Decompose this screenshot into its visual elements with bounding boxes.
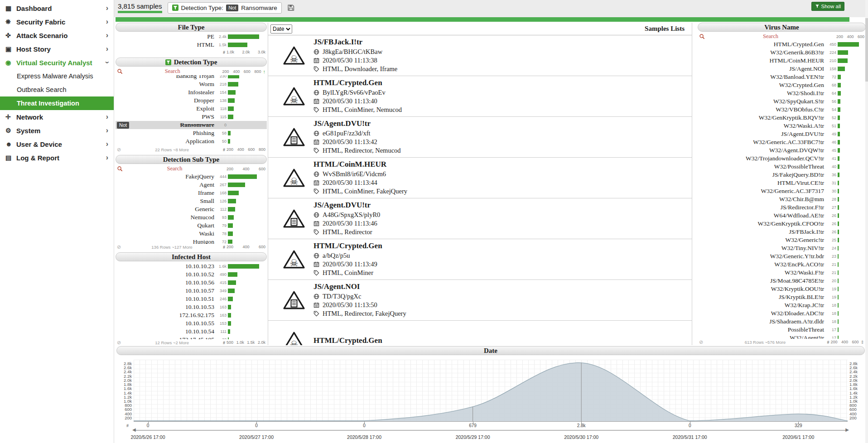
facet-row[interactable]: W32/VBObfus.C!tr 54 [698, 106, 866, 114]
sample-row[interactable]: ☠ JS/FBJack.I!tr J8kgEa/BHGC/tKBaw 2020/… [268, 35, 692, 76]
facet-row[interactable]: JS/Agent.NOI 158 [698, 65, 866, 73]
facet-row[interactable]: Qukart 79 [116, 222, 267, 230]
facet-row[interactable]: JS/Kryptik.BLE!tr 19 [698, 293, 866, 301]
exclude-icon[interactable]: ⊘ [117, 340, 121, 346]
facet-row[interactable]: Agent 267 [116, 181, 267, 189]
scrollbar-thumb[interactable] [865, 18, 868, 82]
virus-name-header[interactable]: Virus Name [698, 23, 866, 32]
sidebar-item-attack-scenario[interactable]: ✜ Attack Scenario › [0, 29, 114, 42]
sidebar-item-host-story[interactable]: ▣ Host Story › [0, 42, 114, 56]
sample-row[interactable]: ☠ HTML/Crypted.Gen a/bQz/p5u 2020/05/30 … [268, 239, 692, 280]
facet-row[interactable]: W32/Agent!tr 17 [698, 334, 866, 339]
filter-chip[interactable]: Detection Type: Not Ransomware [168, 2, 282, 14]
facet-row[interactable]: W32/Banload.YEN!tr 72 [698, 73, 866, 81]
facet-row[interactable]: W32/Tiny.NIV!tr 24 [698, 244, 866, 252]
detection-sub-type-header[interactable]: Detection Sub Type [116, 155, 267, 164]
sample-row[interactable]: ☠ HTML/CoinM.HEUR WvSBml8/ir6E/Vidcm6 20… [268, 158, 692, 198]
sample-row[interactable]: JS/Agent.DVU!tr A48G/SpxgXS/plyR0 2020/0… [268, 198, 692, 239]
facet-row[interactable]: JS/Agent.DVU!tr 49 [698, 130, 866, 138]
facet-row[interactable]: PossibleThreat 17 [698, 326, 866, 334]
facet-row[interactable]: Worm 218 [116, 80, 267, 88]
sort-select[interactable]: Date [270, 24, 292, 34]
facet-row[interactable]: W32/EncPk.ACO!tr 21 [698, 260, 866, 269]
sample-row[interactable]: ☠ HTML/Crypted.Gen [268, 321, 692, 345]
date-chart-header[interactable]: Date [116, 346, 865, 355]
facet-row[interactable]: PWS 115 [116, 113, 267, 121]
time-range-slider[interactable]: ◀ ▶ [134, 430, 848, 431]
facet-row[interactable]: W32/GenKryptik.CFOO!tr 26 [698, 220, 866, 228]
sidebar-item-virtual-security-analyst[interactable]: ◉ Virtual Security Analyst › [0, 56, 114, 69]
virus-name-search[interactable]: Search 200400600 [698, 33, 866, 40]
facet-row[interactable]: FakejQuery 444 [116, 173, 267, 181]
facet-row[interactable]: W32/Agent.DVQW!tr 45 [698, 146, 866, 154]
file-type-header[interactable]: File Type [116, 23, 267, 32]
facet-row[interactable]: W32/Generic.AC.3F7317 30 [698, 187, 866, 195]
facet-row[interactable]: W32/SpyQukart.S!tr 56 [698, 97, 866, 106]
facet-row[interactable]: Waski 78 [116, 230, 267, 238]
facet-row[interactable]: JS/FakejQuery.BD!tr 36 [698, 171, 866, 179]
exclude-icon[interactable]: ⊘ [117, 244, 121, 250]
facet-row[interactable]: W32/Waski.F!tr 21 [698, 269, 866, 277]
facet-row[interactable]: 10.10.10.53 163 [116, 303, 267, 311]
slider-right-handle-icon[interactable]: ▶ [845, 427, 849, 433]
facet-row[interactable]: PE 2.4k [116, 33, 267, 41]
facet-row[interactable]: HTML/Virut.CE!tr 31 [698, 179, 866, 187]
facet-row[interactable]: 10.10.10.57 349 [116, 287, 267, 295]
facet-row[interactable]: W32/Shodi.I!tr 64 [698, 89, 866, 97]
facet-row[interactable]: Exploit 118 [116, 105, 267, 113]
facet-row[interactable]: 10.10.10.54 111 [116, 327, 267, 336]
facet-row[interactable]: W32/Generik.86B3!tr 224 [698, 48, 866, 57]
facet-row[interactable]: W32/Crypted.Gen 68 [698, 81, 866, 89]
sidebar-item-dashboard[interactable]: ▦ Dashboard › [0, 1, 114, 15]
facet-row[interactable]: Small 126 [116, 197, 267, 205]
facet-row[interactable]: HTML 1.5k [116, 41, 267, 49]
sample-row[interactable]: JS/Agent.NOI TD/T3Q/pgXc 2020/05/30 11:1… [268, 280, 692, 321]
save-icon[interactable] [287, 4, 294, 11]
facet-row[interactable]: W32/Generic!tr 25 [698, 236, 866, 244]
facet-row[interactable]: JS/FBJack.I!tr 26 [698, 228, 866, 236]
facet-row[interactable]: Iframe 168 [116, 189, 267, 197]
detection-type-header[interactable]: Detection Type [116, 58, 267, 67]
facet-row[interactable]: W32/Dloader.ADC!tr 18 [698, 309, 866, 318]
sample-row[interactable]: ☠ HTML/Crypted.Gen BylLYgR/Sv66/vPaoEv 2… [268, 76, 692, 117]
sidebar-item-outbreak-search[interactable]: Outbreak Search [0, 83, 114, 96]
scroll-icon[interactable]: ⇕ [861, 340, 864, 345]
sample-row[interactable]: JS/Agent.DVU!tr eG81puF/zz3d/xft 2020/05… [268, 117, 692, 158]
facet-row[interactable]: Nemucod 93 [116, 213, 267, 222]
facet-row[interactable]: 172.17.45.105 33 [116, 336, 267, 339]
facet-row[interactable]: W32/Waski.A!tr 51 [698, 122, 866, 130]
facet-row[interactable]: 10.10.10.52 490 [116, 270, 267, 279]
facet-row[interactable]: 10.10.10.56 415 [116, 279, 267, 287]
facet-row[interactable]: Phishing 58 [116, 129, 267, 137]
facet-row[interactable]: Dropper 138 [116, 96, 267, 105]
facet-row[interactable]: JS/Shadraem.A!tr.dldr 18 [698, 318, 866, 326]
facet-row[interactable]: 10.10.10.51 246 [116, 295, 267, 303]
facet-row[interactable]: W32/Kryptik.OOU!tr 19 [698, 285, 866, 293]
facet-row[interactable]: Hupigon 72 [116, 238, 267, 244]
facet-row[interactable]: JS/Redirector.F!tr 27 [698, 203, 866, 212]
detection-type-search[interactable]: Search 200400600800 ↑ [116, 67, 267, 75]
facet-row[interactable]: W32/Chir.B@mm 28 [698, 195, 866, 203]
facet-row[interactable]: W32/Generic.Y!tr.bdr 23 [698, 252, 866, 260]
facet-row[interactable]: W32/PossibleThreat 40 [698, 163, 866, 171]
facet-row[interactable]: W64/Wdfload.AE!tr 26 [698, 212, 866, 220]
exclude-icon[interactable]: ⊘ [699, 339, 703, 345]
window-scrollbar[interactable] [865, 0, 868, 443]
sort-asc-icon[interactable]: ↑ [263, 69, 266, 74]
sidebar-item-system[interactable]: ⚙ System › [0, 124, 114, 137]
facet-row[interactable]: Generic 112 [116, 205, 267, 213]
chart-plot-area[interactable] [134, 360, 848, 422]
facet-row[interactable]: HTML/CoinM.HEUR 210 [698, 57, 866, 65]
sidebar-item-user-device[interactable]: ☻ User & Device › [0, 137, 114, 151]
facet-row[interactable]: JS/Moat.98C4785E!tr 20 [698, 277, 866, 285]
exclude-icon[interactable]: ⊘ [117, 147, 121, 153]
facet-row[interactable]: Banking Trojan 230 [116, 75, 267, 80]
facet-row[interactable]: W32/Krap.JC!tr 18 [698, 301, 866, 309]
facet-row[interactable]: Application 50 [116, 137, 267, 145]
infected-host-header[interactable]: Infected Host [116, 252, 267, 261]
sidebar-item-network[interactable]: ✛ Network › [0, 110, 114, 124]
facet-row[interactable]: W32/GenKryptik.BJQV!tr 52 [698, 114, 866, 122]
show-all-button[interactable]: Show all [811, 2, 844, 11]
facet-row[interactable]: 10.10.10.55 153 [116, 319, 267, 327]
slider-left-handle-icon[interactable]: ◀ [132, 427, 136, 433]
